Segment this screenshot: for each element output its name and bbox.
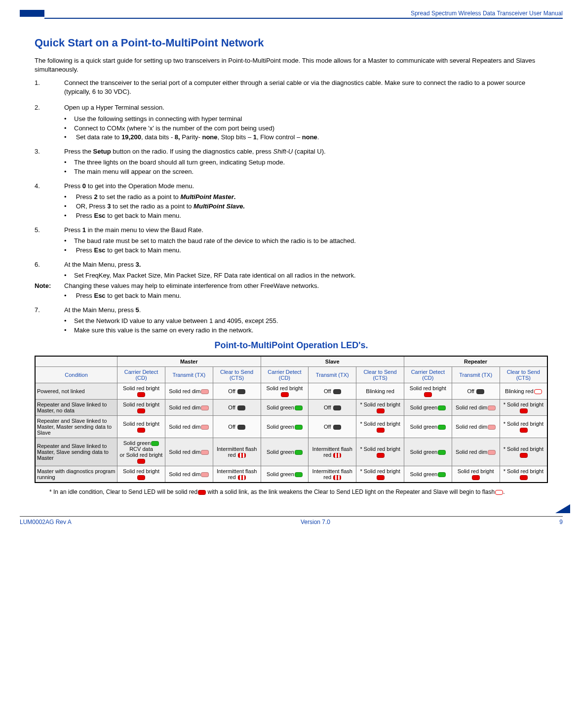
th: Clear to Send (CTS) xyxy=(500,366,547,383)
footer-left: LUM0002AG Rev A xyxy=(20,519,72,526)
led-cell: Blinking red xyxy=(356,383,404,399)
text: Set data rate to xyxy=(76,133,122,141)
note-text: Changing these values may help to elimin… xyxy=(64,282,319,290)
step-3-bullets: The three lights on the board should all… xyxy=(35,158,548,177)
bold: 0 xyxy=(82,182,86,190)
led-red-bright-icon xyxy=(377,475,385,480)
footer-corner-icon xyxy=(555,504,570,513)
led-green-icon xyxy=(438,405,446,410)
th: Carrier Detect (CD) xyxy=(261,366,309,383)
text: Press xyxy=(76,246,94,254)
step-text: Connect the transceiver to the serial po… xyxy=(64,79,548,96)
led-red-bright-icon xyxy=(137,392,145,397)
table-row: Repeater and Slave linked to Master, Mas… xyxy=(35,415,547,438)
bold: Esc xyxy=(94,292,105,299)
led-off-icon xyxy=(333,405,341,410)
text: (capital U). xyxy=(293,148,325,155)
step-7: 7. At the Main Menu, press 5. xyxy=(35,306,548,315)
led-cell: Intermittent flashred xyxy=(309,438,356,466)
text: Press xyxy=(76,193,94,201)
text: At the Main Menu, press xyxy=(64,306,136,314)
led-off-icon xyxy=(333,389,341,394)
bullet: Press 2 to set the radio as a point to M… xyxy=(64,193,548,202)
step-number: 4. xyxy=(35,182,64,191)
table-row: Powered, not linkedSolid red brightSolid… xyxy=(35,383,547,399)
led-cell: Solid red dim xyxy=(165,383,213,399)
step-2: 2. Open up a Hyper Terminal session. xyxy=(35,103,548,112)
step-text: Open up a Hyper Terminal session. xyxy=(64,103,548,112)
led-cell: * Solid red bright xyxy=(500,399,547,415)
text: to set the radio as a point to xyxy=(111,202,194,210)
led-cell: Solid green xyxy=(404,399,452,415)
step-number: 3. xyxy=(35,147,64,156)
led-cell: Solid green xyxy=(261,438,309,466)
corner-tab xyxy=(20,10,44,17)
led-section-title: Point-to-MultiPoint Operation LED's. xyxy=(35,340,548,351)
text: OR, Press xyxy=(76,202,108,210)
bold: . xyxy=(234,193,236,201)
footer: LUM0002AG Rev A Version 7.0 9 xyxy=(20,516,563,526)
bold: Esc xyxy=(94,246,105,254)
th: Carrier Detect (CD) xyxy=(404,366,452,383)
bold: none xyxy=(202,133,217,141)
led-off-icon xyxy=(333,425,341,430)
text: Parity- xyxy=(180,133,202,141)
bullet: Press Esc to get back to Main menu. xyxy=(64,246,548,255)
text: . xyxy=(503,488,504,495)
step-3: 3. Press the Setup button on the radio. … xyxy=(35,147,548,156)
led-cell: * Solid red bright xyxy=(356,415,404,438)
text: Press xyxy=(64,182,82,190)
led-green-icon xyxy=(438,450,446,455)
bullet: Set the Network ID value to any value be… xyxy=(64,317,548,326)
led-red-bright-icon xyxy=(520,408,528,413)
led-off-icon xyxy=(476,389,484,394)
bullet: Set data rate to 19,200, data bits - 8, … xyxy=(64,133,548,142)
page-title: Quick Start on a Point-to-MultiPoint Net… xyxy=(35,37,548,49)
intro-paragraph: The following is a quick start guide for… xyxy=(35,56,548,74)
led-red-flash-icon xyxy=(333,475,341,480)
table-group-row: Master Slave Repeater xyxy=(35,356,547,367)
led-red-flash-icon xyxy=(238,475,246,480)
bullet: Set FreqKey, Max Packet Size, Min Packet… xyxy=(64,271,548,281)
text: in the main menu to view the Baud Rate. xyxy=(86,226,203,234)
led-red-dim-icon xyxy=(201,450,209,455)
table-row: Repeater and Slave linked to Master, no … xyxy=(35,399,547,415)
bold: 8, xyxy=(175,133,180,141)
led-cell: Solid red bright xyxy=(117,383,165,399)
led-cell: Off xyxy=(213,383,261,399)
led-cell: * Solid red bright xyxy=(500,466,547,483)
text: At the Main Menu, press xyxy=(64,261,136,268)
step-6-bullets-a: Set FreqKey, Max Packet Size, Min Packet… xyxy=(35,271,548,281)
led-table: Master Slave Repeater Condition Carrier … xyxy=(35,356,548,483)
step-1: 1. Connect the transceiver to the serial… xyxy=(35,79,548,96)
bold: none xyxy=(302,133,317,141)
condition-cell: Repeater and Slave linked to Master, Mas… xyxy=(35,415,117,438)
led-cell: Blinking red xyxy=(500,383,547,399)
led-cell: Solid green xyxy=(404,415,452,438)
text: Press xyxy=(64,226,82,234)
led-red-flash-icon xyxy=(238,453,246,458)
bullet: OR, Press 3 to set the radio as a point … xyxy=(64,202,548,211)
bold: Setup xyxy=(93,148,111,155)
led-green-icon xyxy=(295,405,303,410)
led-cell: Solid red dim xyxy=(165,466,213,483)
footer-right: 9 xyxy=(559,519,563,526)
led-cell: Solid red dim xyxy=(165,438,213,466)
th: Carrier Detect (CD) xyxy=(117,366,165,383)
text: Press xyxy=(76,212,94,219)
bullet: The three lights on the board should all… xyxy=(64,158,548,167)
led-cell: Solid red dim xyxy=(165,399,213,415)
led-green-icon xyxy=(438,472,446,477)
bullet: Make sure this value is the same on ever… xyxy=(64,326,548,335)
led-green-icon xyxy=(295,472,303,477)
th-slave: Slave xyxy=(261,356,404,367)
led-cell: * Solid red bright xyxy=(356,466,404,483)
led-cell: Solid red dim xyxy=(452,438,500,466)
table-body: Powered, not linkedSolid red brightSolid… xyxy=(35,383,547,483)
led-cell: * Solid red bright xyxy=(356,438,404,466)
led-cell: Solid green xyxy=(404,438,452,466)
led-red-dim-icon xyxy=(488,405,496,410)
led-green-icon xyxy=(295,425,303,430)
led-green-icon xyxy=(438,425,446,430)
text: with a solid link, as the link weakens t… xyxy=(206,488,495,495)
